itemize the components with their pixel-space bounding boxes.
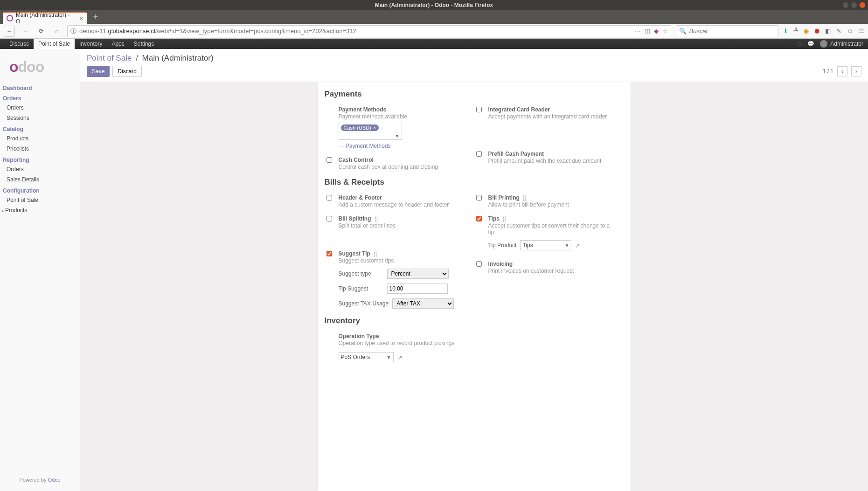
url-bar[interactable]: ⓘ demos-11.globalresponse.cl/web#id=1&vi… [67, 25, 671, 37]
bookmark-star-icon[interactable]: ☆ [662, 28, 668, 35]
sidebar-item-pos-config[interactable]: Point of Sale [0, 195, 80, 205]
menu-settings[interactable]: Settings [129, 39, 159, 49]
os-window-title: Main (Administrator) - Odoo - Mozilla Fi… [375, 2, 493, 8]
restaurant-icon: 🍴 [373, 216, 380, 222]
suggest-type-select[interactable]: Percent [387, 269, 449, 279]
menu-apps[interactable]: Apps [107, 39, 129, 49]
search-bar[interactable]: 🔍 [676, 25, 778, 37]
opt-bill-splitting: Bill Splitting 🍴 Split total or order li… [325, 213, 465, 234]
sidebar-group-catalog[interactable]: Catalog [0, 123, 80, 133]
opt-invoicing: Invoicing Print invoices on customer req… [474, 258, 615, 279]
opt-title-header-footer: Header & Footer [339, 194, 465, 201]
checkbox-bill-printing[interactable] [476, 195, 482, 201]
sidebar-group-reporting[interactable]: Reporting [0, 154, 80, 164]
sidebar-group-dashboard[interactable]: Dashboard [0, 82, 80, 92]
nav-home-button[interactable]: ⌂ [51, 26, 62, 37]
page-actions-icon[interactable]: ⋯ [635, 28, 641, 35]
opt-prefill-cash: Prefill Cash Payment Prefill amount paid… [474, 148, 615, 169]
save-button[interactable]: Save [87, 66, 110, 77]
window-close-icon[interactable] [860, 2, 865, 8]
window-maximize-icon[interactable] [851, 2, 857, 8]
opt-title-payment-methods: Payment Methods [339, 106, 465, 113]
sidebar-item-sales-details[interactable]: Sales Details [0, 174, 80, 185]
opt-title-bill-printing: Bill Printing 🍴 [488, 194, 615, 201]
checkbox-suggest-tip[interactable] [326, 251, 332, 256]
dropdown-icon[interactable]: ▼ [565, 243, 569, 248]
messaging-icon[interactable]: 💬 [807, 41, 814, 47]
sidebar-group-configuration[interactable]: Configuration [0, 185, 80, 195]
library-icon[interactable]: ╩ [794, 28, 798, 35]
restaurant-icon: 🍴 [501, 216, 508, 222]
pager-prev-button[interactable]: ‹ [837, 66, 847, 76]
opt-desc-tips: Accept customer tips or convert their ch… [488, 222, 615, 235]
extension-icon[interactable]: ◆ [654, 28, 659, 35]
profile-icon[interactable]: ☺ [847, 28, 853, 35]
payment-methods-tagbox[interactable]: Cash (USD) × ▼ [339, 122, 402, 140]
nav-forward-button[interactable]: → [20, 26, 31, 37]
addon-orange-icon[interactable]: ◉ [804, 28, 809, 35]
opt-desc-header-footer: Add a custom message to header and foote… [339, 201, 465, 208]
suggest-tax-select[interactable]: After TAX [392, 298, 454, 309]
checkbox-prefill-cash[interactable] [476, 151, 482, 157]
opt-title-operation-type: Operation Type [339, 333, 465, 339]
breadcrumb-sep: / [136, 54, 138, 62]
opt-payment-methods: Payment Methods Payment methods availabl… [325, 104, 465, 154]
odoo-logo[interactable]: odoo [0, 54, 80, 82]
sidebar: odoo Dashboard Orders Orders Sessions Ca… [0, 49, 80, 491]
opt-title-bill-splitting: Bill Splitting 🍴 [339, 215, 465, 222]
powered-by-link[interactable]: Odoo [48, 477, 61, 483]
tip-suggest-label: Tip Suggest [339, 285, 383, 292]
tip-suggest-input[interactable] [387, 284, 448, 294]
menu-inventory[interactable]: Inventory [75, 39, 107, 49]
external-link-icon[interactable]: ↗ [575, 242, 580, 249]
sidebar-item-pricelists[interactable]: Pricelists [0, 144, 80, 154]
window-minimize-icon[interactable] [843, 2, 848, 8]
tag-remove-icon[interactable]: × [373, 125, 376, 131]
menu-discuss[interactable]: Discuss [5, 39, 34, 49]
checkbox-invoicing[interactable] [476, 261, 482, 267]
checkbox-cash-control[interactable] [326, 157, 332, 163]
sidebar-item-sessions[interactable]: Sessions [0, 113, 80, 123]
checkbox-header-footer[interactable] [326, 195, 332, 201]
search-input[interactable] [689, 28, 775, 35]
tip-product-select[interactable]: Tips ▼ [520, 240, 571, 250]
operation-type-select[interactable]: PoS Orders ▼ [339, 352, 394, 362]
opt-desc-prefill-cash: Prefill amount paid with the exact due a… [488, 158, 615, 164]
section-title-bills: Bills & Receipts [325, 175, 624, 192]
tagbox-dropdown-icon[interactable]: ▼ [395, 133, 400, 138]
sidebar-group-orders[interactable]: Orders [0, 92, 80, 103]
addon-dark-icon[interactable]: ✎ [836, 28, 841, 35]
browser-tab[interactable]: Main (Administrator) - O × [3, 12, 87, 24]
bill-splitting-label: Bill Splitting [339, 215, 371, 222]
sidebar-item-report-orders[interactable]: Orders [0, 164, 80, 174]
breadcrumb-root[interactable]: Point of Sale [87, 54, 132, 62]
menu-point-of-sale[interactable]: Point of Sale [34, 39, 75, 49]
opt-desc-cash-control: Control cash box at opening and closing [339, 164, 465, 170]
dropdown-icon[interactable]: ▼ [387, 355, 391, 360]
sidebar-icon[interactable]: ◧ [825, 28, 831, 35]
pager-next-button[interactable]: › [851, 66, 861, 76]
nav-back-button[interactable]: ← [4, 26, 15, 37]
powered-by: Powered by Odoo [0, 473, 80, 486]
user-menu[interactable]: Administrator [820, 40, 863, 48]
checkbox-bill-splitting[interactable] [326, 216, 332, 221]
sidebar-item-products-config[interactable]: Products [0, 205, 80, 215]
nav-reload-button[interactable]: ⟳ [35, 26, 47, 37]
avatar-icon [820, 40, 827, 48]
sidebar-item-products[interactable]: Products [0, 133, 80, 144]
new-tab-button[interactable]: ＋ [91, 11, 100, 22]
addon-red-icon[interactable]: ⬢ [814, 28, 819, 35]
checkbox-integrated-reader[interactable] [476, 107, 482, 112]
suggest-tip-label: Suggest Tip [339, 250, 370, 257]
payment-methods-link[interactable]: Payment Methods [339, 143, 465, 149]
tab-close-icon[interactable]: × [79, 15, 83, 22]
checkbox-tips[interactable] [476, 216, 482, 221]
hamburger-menu-icon[interactable]: ☰ [859, 28, 864, 35]
sidebar-item-orders[interactable]: Orders [0, 103, 80, 113]
reader-mode-icon[interactable]: ◫ [645, 28, 650, 35]
url-info-icon[interactable]: ⓘ [70, 27, 76, 35]
downloads-icon[interactable]: ⬇ [783, 28, 788, 35]
activity-icon[interactable]: ◌ [797, 41, 802, 47]
external-link-icon[interactable]: ↗ [397, 354, 403, 361]
discard-button[interactable]: Discard [112, 66, 142, 77]
